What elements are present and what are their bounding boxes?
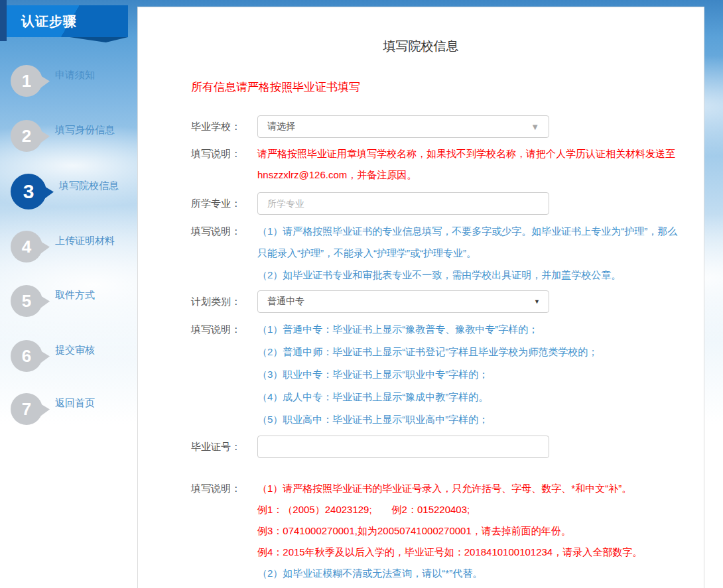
plan-select[interactable]: 普通中专 ▼ <box>257 290 549 313</box>
step-4-bubble: 4 <box>11 231 42 263</box>
cert-no-input[interactable] <box>257 436 549 458</box>
sidebar-step-3-active[interactable]: 3 填写院校信息 <box>11 174 119 209</box>
school-info-form: 毕业学校： 请选择 ▼ 填写说明： 请严格按照毕业证用章填写学校名称，如果找不到… <box>191 115 704 584</box>
major-input[interactable] <box>257 192 549 215</box>
step-5-bubble: 5 <box>11 285 42 317</box>
step-number: 1 <box>22 71 31 91</box>
step-label: 填写身份信息 <box>55 124 115 137</box>
cert-no-note-row: 填写说明： （1）请严格按照毕业证书的毕业证号录入，只允许括号、字母、数字、*和… <box>191 478 704 584</box>
step-label: 返回首页 <box>55 397 95 410</box>
cert-no-field-row: 毕业证号： <box>191 436 704 458</box>
step-7-bubble: 7 <box>11 393 42 425</box>
note-line: （5）职业高中：毕业证书上显示“职业高中”字样的； <box>257 408 598 431</box>
note-line: （2）普通中师：毕业证书上显示“证书登记”字样且毕业学校为师范类学校的； <box>257 341 598 363</box>
strict-fill-notice: 所有信息请严格按照毕业证书填写 <box>191 80 704 95</box>
page-title: 填写院校信息 <box>138 38 704 55</box>
step-number: 7 <box>22 399 31 420</box>
step-label: 上传证明材料 <box>55 235 115 247</box>
step-number: 4 <box>22 237 31 257</box>
ribbon-edge <box>0 0 7 41</box>
school-notes: 请严格按照毕业证用章填写学校名称，如果找不到学校名称，请把个人学历认证相关材料发… <box>257 143 675 186</box>
school-select[interactable]: 请选择 ▼ <box>257 115 549 138</box>
plan-note-row: 填写说明： （1）普通中专：毕业证书上显示“豫教普专、豫教中专”字样的； （2）… <box>191 318 704 431</box>
step-1-bubble: 1 <box>11 65 42 97</box>
main-panel: 填写院校信息 所有信息请严格按照毕业证书填写 毕业学校： 请选择 ▼ 填写说明：… <box>137 7 704 588</box>
sidebar-title-banner: 认证步骤 <box>7 5 128 37</box>
sidebar-step-1[interactable]: 1 申请须知 <box>11 63 95 99</box>
step-label: 取件方式 <box>55 289 95 302</box>
steps-sidebar: 认证步骤 1 申请须知 2 填写身份信息 3 填写院校信息 4 上传证明材料 5… <box>0 0 137 588</box>
note-line: （2）如毕业证书专业和审批表专业不一致，需由学校出具证明，并加盖学校公章。 <box>257 264 677 286</box>
note-line: 例4：2015年秋季及以后入学的，毕业证号如：2018410100101234，… <box>257 542 642 563</box>
sidebar-step-4[interactable]: 4 上传证明材料 <box>11 229 115 265</box>
note-label: 填写说明： <box>191 318 257 431</box>
note-label: 填写说明： <box>191 478 257 584</box>
note-line: 只能录入“护理”，不能录入“护理学”或“护理专业”。 <box>257 242 677 264</box>
major-label: 所学专业： <box>191 198 257 210</box>
sidebar-step-5[interactable]: 5 取件方式 <box>11 283 95 319</box>
step-number: 5 <box>22 291 31 312</box>
chevron-down-icon: ▼ <box>531 123 539 131</box>
note-line: 例1：（2005）24023129; 例2：015220403; <box>257 499 642 520</box>
plan-notes: （1）普通中专：毕业证书上显示“豫教普专、豫教中专”字样的； （2）普通中师：毕… <box>257 318 598 431</box>
step-number: 3 <box>23 180 34 203</box>
plan-label: 计划类别： <box>191 296 257 308</box>
sidebar-step-6[interactable]: 6 提交审核 <box>11 338 95 374</box>
banner-fold <box>70 37 128 42</box>
major-field-row: 所学专业： <box>191 192 704 215</box>
school-select-value: 请选择 <box>267 121 295 133</box>
school-note-row: 填写说明： 请严格按照毕业证用章填写学校名称，如果找不到学校名称，请把个人学历认… <box>191 143 704 186</box>
step-number: 2 <box>22 126 31 147</box>
note-line: hnszzxlrz@126.com，并备注原因。 <box>257 164 675 186</box>
select-arrow-icon: ▼ <box>534 299 540 305</box>
step-label: 填写院校信息 <box>59 180 119 192</box>
cert-no-notes: （1）请严格按照毕业证书的毕业证号录入，只允许括号、字母、数字、*和中文“补”。… <box>257 478 642 584</box>
note-line: （3）职业中专：毕业证书上显示“职业中专”字样的； <box>257 363 598 386</box>
step-number: 6 <box>22 346 31 367</box>
school-field-row: 毕业学校： 请选择 ▼ <box>191 115 704 138</box>
sidebar-title: 认证步骤 <box>21 13 77 30</box>
note-line: （1）普通中专：毕业证书上显示“豫教普专、豫教中专”字样的； <box>257 318 598 341</box>
note-label: 填写说明： <box>191 220 257 286</box>
note-line: 请严格按照毕业证用章填写学校名称，如果找不到学校名称，请把个人学历认证相关材料发… <box>257 143 675 164</box>
step-label: 申请须知 <box>55 69 95 82</box>
note-line: 例3：0741000270001,如为20050741000270001，请去掉… <box>257 520 642 542</box>
note-line: （2）如毕业证模糊不清或无法查询，请以“*”代替。 <box>257 563 642 584</box>
plan-select-value: 普通中专 <box>267 296 304 308</box>
note-line: （1）请严格按照毕业证书的毕业证号录入，只允许括号、字母、数字、*和中文“补”。 <box>257 478 642 499</box>
plan-field-row: 计划类别： 普通中专 ▼ <box>191 290 704 313</box>
sidebar-step-7[interactable]: 7 返回首页 <box>11 391 95 427</box>
step-6-bubble: 6 <box>11 340 42 372</box>
major-notes: （1）请严格按照毕业证书的专业信息填写，不要多字或少字。如毕业证书上专业为“护理… <box>257 220 677 286</box>
step-2-bubble: 2 <box>11 120 42 152</box>
major-note-row: 填写说明： （1）请严格按照毕业证书的专业信息填写，不要多字或少字。如毕业证书上… <box>191 220 704 286</box>
sidebar-step-2[interactable]: 2 填写身份信息 <box>11 118 115 154</box>
step-label: 提交审核 <box>55 344 95 357</box>
cert-no-label: 毕业证号： <box>191 441 257 453</box>
note-line: （4）成人中专：毕业证书上显示“豫成中教”字样的。 <box>257 386 598 408</box>
note-line: （1）请严格按照毕业证书的专业信息填写，不要多字或少字。如毕业证书上专业为“护理… <box>257 220 677 242</box>
step-3-bubble: 3 <box>11 174 46 209</box>
school-label: 毕业学校： <box>191 121 257 133</box>
note-label: 填写说明： <box>191 143 257 186</box>
